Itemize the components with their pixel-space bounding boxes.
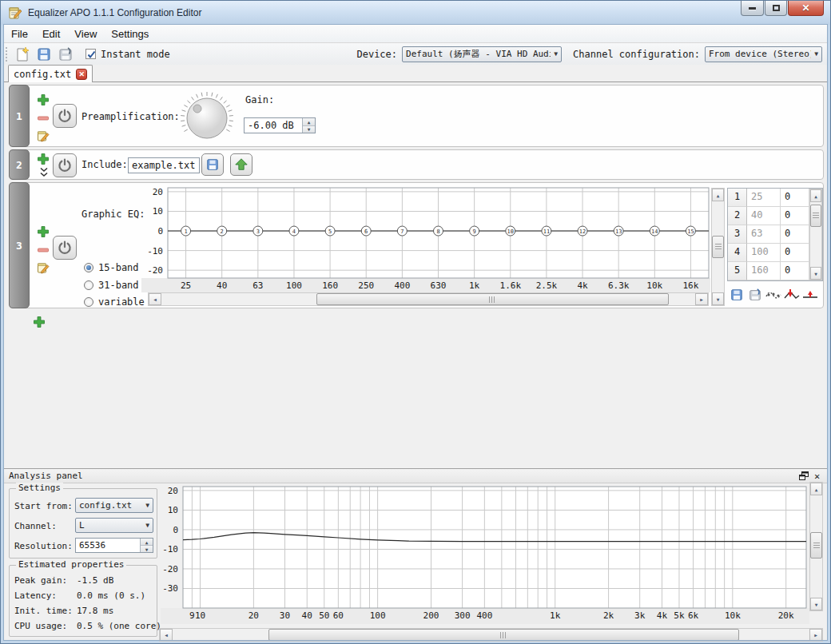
menu-edit[interactable]: Edit: [35, 26, 67, 42]
svg-text:25: 25: [181, 280, 191, 291]
open-include-file-button[interactable]: [201, 153, 224, 176]
include-file-input[interactable]: example.txt: [128, 157, 200, 173]
expand-icon[interactable]: [39, 167, 49, 178]
scroll-right-arrow[interactable]: ▶: [695, 293, 708, 305]
scroll-up-arrow[interactable]: ▲: [810, 483, 822, 495]
channel-label: Channel:: [14, 521, 57, 531]
power-toggle-button[interactable]: [53, 153, 77, 177]
row-number-tab[interactable]: 3: [9, 182, 30, 308]
resolution-spinbox[interactable]: 65536 ▲▼: [75, 538, 153, 553]
svg-text:9: 9: [473, 229, 476, 235]
save-file-button[interactable]: [57, 46, 74, 63]
band-option-variable[interactable]: variable: [84, 296, 145, 308]
analysis-panel-title: Analysis panel: [9, 471, 83, 481]
gain-cell[interactable]: 0: [781, 189, 809, 207]
analysis-hscrollbar[interactable]: ◀ ▶: [159, 628, 823, 642]
scroll-thumb[interactable]: [712, 236, 724, 257]
eq-response-chart[interactable]: 20100-10-202540631001602504006301k1.6k2.…: [141, 186, 710, 292]
tab-close-button[interactable]: ✕: [76, 69, 87, 80]
save-response-button[interactable]: [746, 287, 764, 303]
analysis-response-chart[interactable]: 20100-10-20-3091020304050601002003004001…: [161, 482, 809, 626]
svg-text:160: 160: [322, 280, 338, 291]
power-toggle-button[interactable]: [53, 236, 77, 260]
scroll-thumb[interactable]: [810, 205, 821, 227]
channel-config-label: Channel configuration:: [573, 49, 700, 60]
spin-buttons[interactable]: ▲▼: [302, 118, 315, 133]
svg-text:1k: 1k: [469, 280, 480, 291]
menu-view[interactable]: View: [67, 26, 104, 42]
jump-to-file-button[interactable]: [230, 153, 252, 176]
channel-config-combobox[interactable]: From device (Stereo) ▼: [705, 46, 822, 62]
scroll-left-arrow[interactable]: ◀: [149, 293, 161, 305]
svg-text:10k: 10k: [646, 280, 662, 291]
add-filter-icon[interactable]: [37, 93, 50, 106]
add-filter-row-button[interactable]: [33, 316, 46, 328]
invert-response-button[interactable]: [764, 287, 782, 303]
open-response-button[interactable]: [727, 287, 746, 303]
band-option-15[interactable]: 15-band: [84, 262, 139, 273]
scroll-down-arrow[interactable]: ▼: [712, 292, 724, 305]
spin-buttons[interactable]: ▲▼: [140, 539, 153, 552]
edit-filter-icon[interactable]: [37, 261, 50, 274]
scroll-up-arrow[interactable]: ▲: [712, 189, 724, 201]
edit-filter-icon[interactable]: [37, 129, 50, 142]
gain-knob[interactable]: [178, 88, 236, 145]
settings-group: Settings Start from: config.txt ▼ Channe…: [9, 488, 157, 559]
maximize-button[interactable]: [765, 1, 787, 16]
scroll-right-arrow[interactable]: ▶: [809, 629, 822, 641]
remove-filter-icon[interactable]: [37, 244, 50, 256]
close-panel-button[interactable]: ✕: [810, 470, 824, 482]
freq-cell: 63: [747, 225, 781, 244]
table-vscrollbar[interactable]: ▲ ▼: [809, 189, 822, 280]
svg-text:400: 400: [394, 280, 410, 291]
gain-spinbox[interactable]: -6.00 dB ▲▼: [244, 117, 316, 133]
svg-text:50: 50: [319, 610, 329, 621]
eq-hscrollbar[interactable]: ◀ ▶: [148, 292, 709, 306]
instant-mode-checkbox[interactable]: [85, 49, 96, 59]
eq-vscrollbar[interactable]: ▲ ▼: [711, 188, 725, 306]
new-file-button[interactable]: [14, 46, 31, 63]
remove-filter-icon[interactable]: [37, 112, 50, 125]
start-from-combobox[interactable]: config.txt ▼: [75, 498, 153, 513]
svg-text:-10: -10: [147, 246, 163, 256]
normalize-response-button[interactable]: [782, 287, 801, 303]
float-panel-button[interactable]: [797, 470, 810, 482]
channel-combobox[interactable]: L ▼: [75, 518, 153, 533]
scroll-thumb[interactable]: [268, 629, 740, 641]
filter-name-label: Include:: [82, 159, 128, 170]
open-file-button[interactable]: [35, 46, 53, 63]
add-filter-icon[interactable]: [37, 225, 50, 238]
svg-text:-20: -20: [147, 265, 163, 276]
gain-cell[interactable]: 0: [781, 207, 809, 225]
power-icon: [56, 107, 74, 125]
device-combobox[interactable]: Default (扬声器 - VIA HD Audio) ▼: [402, 46, 562, 62]
row-header: 1: [728, 189, 747, 207]
svg-text:1: 1: [184, 229, 187, 235]
flatten-response-button[interactable]: [801, 287, 819, 303]
scroll-down-arrow[interactable]: ▼: [810, 598, 822, 610]
power-toggle-button[interactable]: [53, 104, 77, 128]
scroll-up-arrow[interactable]: ▲: [810, 189, 821, 202]
scroll-left-arrow[interactable]: ◀: [160, 629, 173, 641]
toolbar-grip[interactable]: [6, 47, 10, 62]
row-number-tab[interactable]: 2: [9, 149, 30, 180]
menu-file[interactable]: File: [4, 26, 35, 42]
toolbar: Instant mode Device: Default (扬声器 - VIA …: [4, 43, 827, 65]
latency-value: 0.0 ms (0 s.): [77, 590, 145, 601]
svg-text:15: 15: [687, 229, 694, 235]
analysis-vscrollbar[interactable]: ▲ ▼: [809, 482, 823, 611]
close-button[interactable]: ✕: [788, 1, 824, 16]
gain-cell[interactable]: 0: [781, 225, 809, 244]
menu-settings[interactable]: Settings: [104, 26, 156, 42]
gain-cell[interactable]: 0: [781, 244, 809, 262]
tab-config-txt[interactable]: config.txt ✕: [8, 65, 93, 82]
close-icon: ✕: [801, 2, 809, 14]
row-number-tab[interactable]: 1: [9, 85, 30, 147]
minimize-button[interactable]: [741, 1, 764, 16]
add-filter-icon[interactable]: [37, 153, 50, 165]
scroll-thumb[interactable]: [810, 532, 822, 559]
scroll-thumb[interactable]: [316, 293, 669, 305]
band-option-31[interactable]: 31-band: [84, 280, 139, 291]
scroll-down-arrow[interactable]: ▼: [810, 267, 821, 280]
gain-cell[interactable]: 0: [781, 262, 809, 280]
